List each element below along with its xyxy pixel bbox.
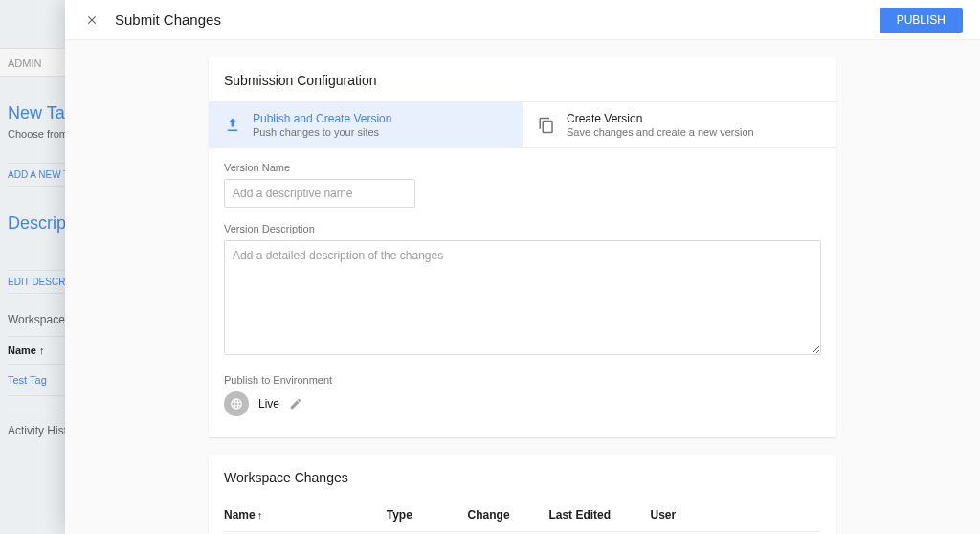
- col-user[interactable]: User: [651, 508, 793, 522]
- submission-config-card: Submission Configuration Publish and Cre…: [209, 57, 836, 437]
- config-card-title: Submission Configuration: [209, 57, 836, 101]
- option-title: Create Version: [567, 112, 754, 125]
- col-last-edited[interactable]: Last Edited: [548, 508, 650, 522]
- upload-icon: [224, 117, 241, 134]
- modal-header: Submit Changes PUBLISH: [65, 0, 980, 40]
- option-subtitle: Save changes and create a new version: [567, 126, 754, 138]
- submission-options: Publish and Create Version Push changes …: [209, 101, 836, 148]
- environment-name: Live: [258, 397, 279, 411]
- version-desc-label: Version Description: [224, 223, 821, 234]
- col-name[interactable]: Name↑: [224, 508, 387, 522]
- close-icon[interactable]: [82, 11, 101, 30]
- col-change[interactable]: Change: [468, 508, 549, 522]
- version-name-input[interactable]: [224, 179, 415, 208]
- version-desc-textarea[interactable]: [224, 240, 821, 355]
- col-type[interactable]: Type: [387, 508, 468, 522]
- globe-icon: [224, 391, 249, 416]
- sort-arrow-icon: ↑: [257, 509, 263, 521]
- submit-changes-modal: Submit Changes PUBLISH Submission Config…: [65, 0, 980, 534]
- changes-card-title: Workspace Changes: [209, 455, 836, 499]
- copy-icon: [538, 117, 555, 134]
- option-publish-and-create[interactable]: Publish and Create Version Push changes …: [209, 102, 523, 147]
- pencil-icon[interactable]: [289, 397, 302, 411]
- option-create-version[interactable]: Create Version Save changes and create a…: [523, 102, 836, 147]
- publish-env-label: Publish to Environment: [224, 374, 821, 386]
- option-subtitle: Push changes to your sites: [253, 126, 391, 138]
- version-name-label: Version Name: [224, 162, 821, 173]
- table-header-row: Name↑ Type Change Last Edited User: [224, 499, 821, 532]
- publish-button[interactable]: PUBLISH: [880, 8, 963, 33]
- option-title: Publish and Create Version: [253, 112, 391, 125]
- modal-title: Submit Changes: [115, 11, 880, 28]
- workspace-changes-card: Workspace Changes Name↑ Type Change Last…: [209, 455, 836, 534]
